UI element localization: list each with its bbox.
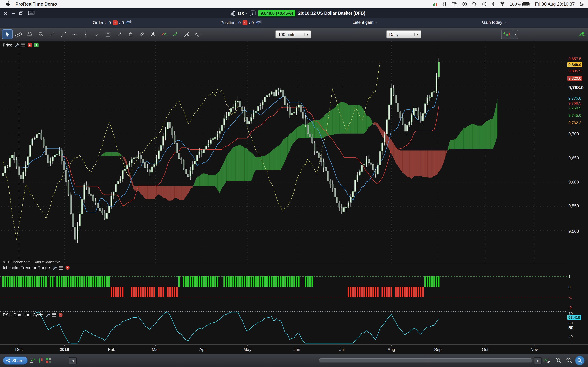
scroll-right-button[interactable]: ▶ xyxy=(534,357,542,364)
battery-indicator[interactable]: 100% xyxy=(510,1,530,7)
zigzag-indicator-icon[interactable] xyxy=(159,29,169,39)
time-axis[interactable]: Dec2019FebMarAprMayJunJulAugSepOctNov xyxy=(0,344,588,354)
axis-label: 9,732.2 xyxy=(567,120,582,125)
buy-button-icon[interactable] xyxy=(34,43,39,48)
rsi-canvas[interactable] xyxy=(0,311,567,344)
wave-pattern-tool[interactable] xyxy=(192,29,203,39)
stats-menu-icon[interactable] xyxy=(432,1,438,7)
wifi-icon[interactable] xyxy=(500,2,505,6)
delete-tool[interactable] xyxy=(125,29,136,39)
parallel-lines-tool[interactable] xyxy=(137,29,147,39)
cancel-orders-button[interactable]: × xyxy=(112,20,117,25)
close-position-button[interactable]: × xyxy=(242,20,247,25)
chart-edit-icon[interactable] xyxy=(543,357,550,364)
sync-status-icon[interactable] xyxy=(462,1,467,7)
zigzag-arrow-icon[interactable] xyxy=(170,29,181,39)
chevron-down-icon: ▾ xyxy=(304,33,308,36)
pane-divider[interactable] xyxy=(0,311,567,311)
display-mirroring-icon[interactable] xyxy=(452,1,458,7)
channel-tool[interactable] xyxy=(92,29,102,39)
bottom-bar: Share ◀ ▶ xyxy=(0,354,588,367)
zoom-selection-icon[interactable] xyxy=(555,357,562,364)
share-icon xyxy=(6,358,10,363)
axis-label: 1 xyxy=(567,274,571,279)
latent-gain-label: Latent gain: xyxy=(353,20,374,25)
add-indicator-button[interactable]: ▾ xyxy=(501,30,518,39)
pointer-tool[interactable] xyxy=(2,29,13,39)
close-icon[interactable] xyxy=(65,265,70,270)
keyboard-icon[interactable] xyxy=(28,10,35,16)
axis-label: 9,835.5 xyxy=(567,68,582,73)
time-axis-tick xyxy=(64,345,65,346)
settings-tools-icon[interactable] xyxy=(148,29,158,39)
apple-menu-icon[interactable] xyxy=(6,0,10,8)
time-axis-tick xyxy=(112,345,112,346)
close-icon[interactable] xyxy=(58,312,63,317)
price-axis-column[interactable]: 9,857.59,849.09,835.59,820.09,798.09,775… xyxy=(567,41,588,344)
time-axis-tick xyxy=(247,345,248,346)
time-axis-label: Mar xyxy=(152,347,159,352)
vertical-line-tool[interactable] xyxy=(80,29,91,39)
wrench-icon[interactable] xyxy=(45,312,50,317)
window-icon[interactable] xyxy=(21,43,26,47)
window-restore-button[interactable] xyxy=(19,11,23,16)
arrow-tool[interactable] xyxy=(114,29,125,39)
time-axis-label: May xyxy=(243,347,251,352)
price-pane-header: Price xyxy=(3,43,39,48)
quotes-panel-icon[interactable] xyxy=(29,357,36,364)
instrument-info-button[interactable]: i xyxy=(250,10,255,16)
ichimoku-histogram-canvas[interactable] xyxy=(0,264,567,311)
zoom-out-icon[interactable] xyxy=(566,357,573,364)
position-settings-icon[interactable]: ⚙⚙ xyxy=(256,20,262,25)
axis-label: 9,820.0 xyxy=(567,76,582,81)
wrench-icon[interactable] xyxy=(14,43,19,48)
zoom-in-button[interactable] xyxy=(575,356,585,365)
axis-label: 9,745.0 xyxy=(567,113,582,118)
price-chart-canvas[interactable] xyxy=(0,41,567,264)
point-line-tool[interactable] xyxy=(47,29,57,39)
window-icon[interactable] xyxy=(52,313,57,317)
menubar-app-name[interactable]: ProRealTime Demo xyxy=(15,1,57,7)
scrollbar-grip[interactable] xyxy=(426,359,429,362)
menubar-clock[interactable]: Fri 30 Aug 20:10:37 xyxy=(535,1,575,7)
scroll-left-button[interactable]: ◀ xyxy=(69,357,77,364)
orders-group: Orders: 0 × / 0 ⚙⚙ xyxy=(93,20,132,25)
zoom-tool[interactable] xyxy=(36,29,46,39)
text-tool[interactable] xyxy=(103,29,113,39)
horizontal-line-tool[interactable] xyxy=(69,29,80,39)
bluetooth-icon[interactable] xyxy=(491,1,495,7)
window-close-button[interactable]: ✕ xyxy=(3,11,7,16)
alert-tool[interactable] xyxy=(25,29,35,39)
control-center-icon[interactable] xyxy=(579,2,585,6)
chart-style-icon[interactable] xyxy=(37,357,44,364)
window-minimize-button[interactable]: ━ xyxy=(12,11,15,16)
workspace-grid-icon[interactable] xyxy=(45,357,52,364)
window-icon[interactable] xyxy=(59,266,63,270)
wrench-icon[interactable] xyxy=(52,265,57,270)
prorealtime-logo-icon[interactable] xyxy=(578,30,585,40)
time-machine-icon[interactable] xyxy=(482,1,487,7)
axis-label: 60 xyxy=(567,320,574,325)
time-axis-tick xyxy=(19,345,19,346)
spotlight-icon[interactable] xyxy=(472,1,477,7)
window-titlebar[interactable]: ✕ ━ DX ▾ i 9,849.0 (+0.45%) 20:10:32 US … xyxy=(0,8,588,18)
chevron-down-icon[interactable]: ▾ xyxy=(513,30,518,39)
units-select[interactable]: 100 units ▾ xyxy=(276,30,311,38)
sell-button-icon[interactable] xyxy=(27,43,32,48)
copyright-note: © IT-Finance.com Data is indicative xyxy=(3,260,60,264)
horizontal-scrollbar[interactable] xyxy=(319,358,533,363)
share-button[interactable]: Share xyxy=(3,357,28,365)
session-info: 20:10:32 US Dollar Basket (DFB) xyxy=(298,11,365,16)
instrument-selector[interactable]: DX ▾ xyxy=(238,11,247,16)
fan-lines-tool[interactable] xyxy=(181,29,192,39)
timeframe-select[interactable]: Daily ▾ xyxy=(386,30,421,38)
axis-label: 9,849.0 xyxy=(567,62,582,67)
orders-settings-icon[interactable]: ⚙⚙ xyxy=(126,20,132,25)
ruler-tool[interactable] xyxy=(13,29,24,39)
chevron-down-icon: ▾ xyxy=(245,12,247,15)
axis-label: 9,768.5 xyxy=(567,101,582,106)
pane-divider[interactable] xyxy=(0,264,567,264)
dropbox-menu-icon[interactable] xyxy=(442,1,447,7)
trendline-tool[interactable] xyxy=(58,29,69,39)
time-axis-tick xyxy=(203,345,203,346)
